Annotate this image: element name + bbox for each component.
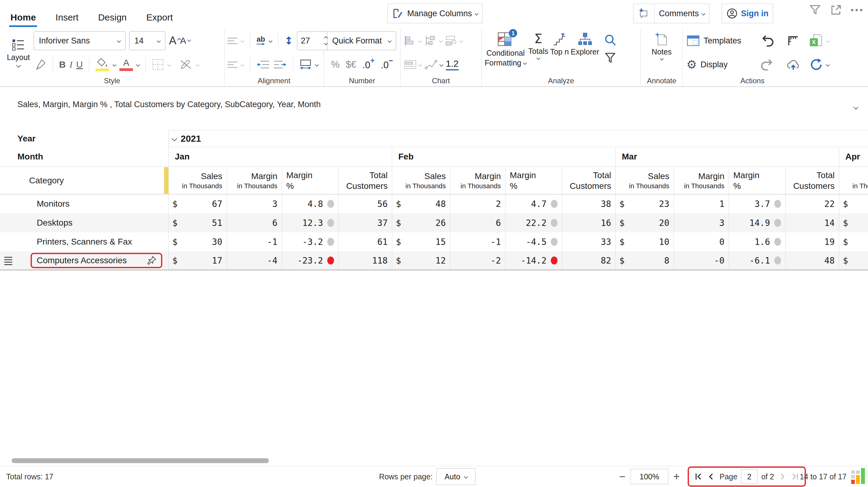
cell-sales[interactable]: $12: [392, 251, 450, 270]
italic-button[interactable]: I: [69, 59, 72, 70]
cell-margin[interactable]: 6: [450, 213, 505, 232]
top-n-button[interactable]: Top n: [550, 29, 569, 56]
row-drag-handle-icon[interactable]: [4, 257, 12, 265]
sign-in-button[interactable]: Sign in: [722, 4, 773, 23]
font-family-select[interactable]: Inforiver Sans: [34, 31, 126, 50]
cell-customers[interactable]: 14: [785, 213, 839, 232]
tab-insert[interactable]: Insert: [54, 7, 80, 27]
sparkline-icon[interactable]: [425, 59, 443, 70]
templates-button[interactable]: Templates: [686, 35, 752, 47]
header-focus-mode-icon[interactable]: [828, 2, 844, 19]
cell-customers[interactable]: 37: [338, 213, 392, 232]
tab-export[interactable]: Export: [145, 7, 174, 27]
cell-customers[interactable]: 82: [562, 251, 615, 270]
cell-customers[interactable]: 33: [562, 232, 615, 251]
cell-margin[interactable]: -0: [674, 251, 729, 270]
cell-customers[interactable]: 38: [562, 194, 615, 213]
chart-layout-icon[interactable]: [444, 35, 463, 46]
cloud-upload-icon[interactable]: [782, 58, 804, 72]
row-label[interactable]: Computers Accessories: [0, 251, 168, 270]
notes-button[interactable]: Notes: [652, 29, 672, 60]
column-width-icon[interactable]: [300, 59, 312, 70]
header-filter-icon[interactable]: [807, 2, 823, 19]
month-header-feb[interactable]: Feb: [392, 147, 615, 166]
increase-decimal-icon[interactable]: .0+: [363, 58, 375, 71]
cell-customers[interactable]: 16: [562, 213, 615, 232]
column-header-customers[interactable]: TotalCustomers: [785, 167, 839, 194]
cell-customers[interactable]: 22: [785, 194, 839, 213]
explorer-button[interactable]: Explorer: [571, 29, 599, 56]
cell-margin_pct[interactable]: -3.2: [282, 232, 338, 251]
month-header-jan[interactable]: Jan: [168, 147, 392, 166]
previous-page-icon[interactable]: [707, 472, 716, 481]
cell-sales[interactable]: $: [839, 251, 868, 270]
borders-icon[interactable]: [152, 59, 164, 71]
search-icon[interactable]: [603, 33, 617, 47]
refresh-button[interactable]: [809, 58, 843, 72]
cell-customers[interactable]: 61: [338, 232, 392, 251]
waterfall-chart-icon[interactable]: [424, 35, 442, 46]
cell-customers[interactable]: 19: [785, 232, 839, 251]
column-header-margin[interactable]: Marginin Thousands: [674, 167, 729, 194]
percent-format-icon[interactable]: %: [331, 59, 340, 70]
cell-margin_pct[interactable]: 14.9: [729, 213, 785, 232]
cell-sales[interactable]: $: [839, 213, 868, 232]
cell-margin[interactable]: 2: [450, 194, 505, 213]
cell-margin_pct[interactable]: 4.8: [282, 194, 338, 213]
cell-customers[interactable]: 48: [785, 251, 839, 270]
column-header-margin[interactable]: Marginin Thousands: [226, 167, 282, 194]
column-header-sales[interactable]: Salesin Thousands: [392, 167, 450, 194]
conditional-formatting-button[interactable]: 1 Conditional Formatting: [485, 29, 526, 67]
cell-sales[interactable]: $51: [168, 213, 226, 232]
row-label[interactable]: Monitors: [0, 194, 168, 213]
tab-home[interactable]: Home: [9, 7, 37, 27]
data-bars-icon[interactable]: [404, 59, 422, 70]
cell-sales[interactable]: $17: [168, 251, 226, 270]
cell-sales[interactable]: $30: [168, 232, 226, 251]
cell-margin_pct[interactable]: -6.1: [729, 251, 785, 270]
cell-customers[interactable]: 118: [338, 251, 392, 270]
column-header-customers[interactable]: TotalCustomers: [562, 167, 615, 194]
zoom-level-input[interactable]: 100%: [630, 469, 669, 484]
rows-per-page-select[interactable]: Auto: [436, 468, 475, 485]
cell-sales[interactable]: $15: [392, 232, 450, 251]
excel-export-button[interactable]: X: [809, 34, 843, 47]
header-more-options-icon[interactable]: [848, 2, 865, 19]
ruler-icon[interactable]: [782, 34, 804, 47]
decrease-font-size-button[interactable]: A: [180, 35, 186, 46]
totals-button[interactable]: Σ Totals: [528, 29, 548, 59]
outdent-icon[interactable]: [256, 60, 270, 69]
column-header-margin_pct[interactable]: Margin %: [505, 167, 562, 194]
font-color-icon[interactable]: A: [119, 58, 133, 71]
cell-margin[interactable]: -4: [226, 251, 282, 270]
column-header-sales[interactable]: Salesin Thousands: [615, 167, 674, 194]
bar-chart-icon[interactable]: [404, 35, 422, 46]
horizontal-scrollbar[interactable]: [12, 458, 269, 463]
wrap-text-icon[interactable]: ab: [256, 35, 266, 46]
first-page-icon[interactable]: [694, 472, 703, 481]
cell-sales[interactable]: $8: [615, 251, 674, 270]
cell-sales[interactable]: $: [839, 232, 868, 251]
decrease-decimal-icon[interactable]: .0−: [381, 58, 393, 71]
clear-formatting-icon[interactable]: [179, 59, 193, 70]
manage-columns-button[interactable]: Manage Columns: [387, 4, 483, 23]
month-header-mar[interactable]: Mar: [615, 147, 839, 166]
next-page-icon[interactable]: [778, 472, 787, 481]
column-header-customers[interactable]: TotalCustomers: [338, 167, 392, 194]
underline-button[interactable]: U: [76, 59, 83, 70]
cell-margin[interactable]: 3: [674, 213, 729, 232]
cell-margin[interactable]: 6: [226, 213, 282, 232]
year-header-cell[interactable]: 2021: [168, 130, 868, 147]
cell-customers[interactable]: 56: [338, 194, 392, 213]
number-precision-button[interactable]: 1.2: [446, 59, 459, 70]
cell-margin[interactable]: -1: [450, 232, 505, 251]
cell-margin[interactable]: -2: [450, 251, 505, 270]
cell-margin_pct[interactable]: 22.2: [505, 213, 562, 232]
comments-button[interactable]: Comments: [633, 4, 709, 23]
cell-margin_pct[interactable]: 1.6: [729, 232, 785, 251]
cell-margin_pct[interactable]: -23.2: [282, 251, 338, 270]
cell-margin_pct[interactable]: -4.5: [505, 232, 562, 251]
column-header-margin_pct[interactable]: Margin %: [729, 167, 785, 194]
tab-design[interactable]: Design: [97, 7, 128, 27]
currency-format-icon[interactable]: $€: [346, 59, 356, 70]
